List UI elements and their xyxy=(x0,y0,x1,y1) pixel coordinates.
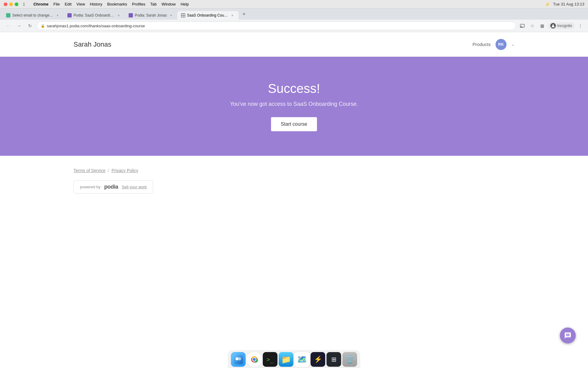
header-right: Products RK ⌄ xyxy=(473,39,514,50)
chat-widget-button[interactable] xyxy=(560,328,576,343)
svg-rect-0 xyxy=(181,13,185,17)
menu-edit[interactable]: Edit xyxy=(62,1,74,7)
maximize-window-button[interactable] xyxy=(15,2,18,6)
tab-favicon-2 xyxy=(67,13,72,17)
forward-button[interactable]: → xyxy=(15,21,23,30)
titlebar-right: ⚡ Tue 31 Aug 13:13 xyxy=(545,2,584,7)
tab-title-3: Podia: Sarah Jonas xyxy=(135,13,167,17)
bookmark-icon[interactable]: ☆ xyxy=(528,22,536,30)
menu-bookmarks[interactable]: Bookmarks xyxy=(105,1,130,7)
tab-close-4[interactable]: × xyxy=(230,13,235,18)
browser-toolbar: ← → ↻ 🔒 sarahjonas1.podia.com/thanks/saa… xyxy=(0,20,588,32)
tab-favicon-3 xyxy=(129,13,133,17)
incognito-badge[interactable]: Incognito xyxy=(548,22,575,29)
dock-trash-icon[interactable]: 🗑️ xyxy=(342,352,357,367)
site-header: Sarah Jonas Products RK ⌄ xyxy=(0,32,588,57)
footer-links: Terms of Service / Privacy Policy xyxy=(74,168,514,173)
tab-close-3[interactable]: × xyxy=(169,13,174,18)
menu-view[interactable]: View xyxy=(74,1,88,7)
menu-bar: Chrome File Edit View History Bookmarks … xyxy=(31,1,191,7)
titlebar-left:  Chrome File Edit View History Bookmark… xyxy=(4,1,191,7)
svg-rect-4 xyxy=(183,16,185,17)
reload-button[interactable]: ↻ xyxy=(26,21,34,30)
site-logo[interactable]: Sarah Jonas xyxy=(74,40,111,48)
cast-icon[interactable] xyxy=(518,22,526,30)
footer-divider: / xyxy=(108,168,109,173)
dock-maps-icon[interactable]: 🗺️ xyxy=(295,352,309,367)
address-bar[interactable]: 🔒 sarahjonas1.podia.com/thanks/saas-onbo… xyxy=(37,21,516,30)
powered-by-text: powered by xyxy=(80,185,100,189)
dock-terminal-icon[interactable]: >_ xyxy=(263,352,277,367)
apple-icon[interactable]:  xyxy=(23,2,25,7)
tabs-bar: Select email to change | Djang × Podia: … xyxy=(0,9,588,20)
privacy-policy-link[interactable]: Privacy Policy xyxy=(111,168,138,173)
dock-finder-icon[interactable] xyxy=(231,352,246,367)
browser-tab-4[interactable]: SaaS Onboarding Course × xyxy=(177,11,239,20)
browser-tab-3[interactable]: Podia: Sarah Jonas × xyxy=(125,11,177,20)
browser-chrome: Select email to change | Djang × Podia: … xyxy=(0,9,588,32)
tab-title-4: SaaS Onboarding Course xyxy=(187,13,228,17)
url-text: sarahjonas1.podia.com/thanks/saas-onboar… xyxy=(47,24,145,28)
svg-rect-3 xyxy=(182,16,183,17)
menu-tab[interactable]: Tab xyxy=(148,1,159,7)
browser-tab-1[interactable]: Select email to change | Djang × xyxy=(2,11,64,20)
podia-logo[interactable]: podia xyxy=(104,184,118,190)
incognito-avatar xyxy=(550,23,556,29)
tab-title-1: Select email to change | Djang xyxy=(12,13,53,17)
page-content: Sarah Jonas Products RK ⌄ Success! You'v… xyxy=(0,32,588,350)
incognito-label: Incognito xyxy=(557,24,572,28)
tab-title-2: Podia: SaaS Onboarding Cours... xyxy=(74,13,115,17)
svg-point-16 xyxy=(253,358,256,361)
dock-topnotch-icon[interactable]: ⚡ xyxy=(311,352,325,367)
terms-of-service-link[interactable]: Terms of Service xyxy=(74,168,105,173)
powered-by-box: powered by podia Sell your work xyxy=(74,180,153,194)
titlebar:  Chrome File Edit View History Bookmark… xyxy=(0,0,588,9)
hero-subtitle: You've now got access to SaaS Onboarding… xyxy=(230,101,358,107)
chevron-down-icon[interactable]: ⌄ xyxy=(511,42,514,47)
back-button[interactable]: ← xyxy=(4,21,12,30)
hero-section: Success! You've now got access to SaaS O… xyxy=(0,57,588,156)
tab-favicon-4 xyxy=(181,13,185,17)
svg-rect-1 xyxy=(182,14,183,15)
user-avatar[interactable]: RK xyxy=(496,39,507,50)
svg-point-9 xyxy=(238,357,241,360)
close-window-button[interactable] xyxy=(4,2,7,6)
success-title: Success! xyxy=(268,81,320,96)
menu-window[interactable]: Window xyxy=(159,1,178,7)
svg-point-6 xyxy=(552,25,554,26)
menu-profiles[interactable]: Profiles xyxy=(130,1,148,7)
sell-your-work-link[interactable]: Sell your work xyxy=(122,185,147,189)
browser-tab-2[interactable]: Podia: SaaS Onboarding Cours... × xyxy=(64,11,125,20)
dock: >_ 📁 🗺️ ⚡ ⊞ 🗑️ xyxy=(228,350,360,368)
menu-chrome[interactable]: Chrome xyxy=(31,1,51,7)
svg-rect-2 xyxy=(183,14,185,15)
site-footer: Terms of Service / Privacy Policy powere… xyxy=(0,156,588,206)
new-tab-button[interactable]: + xyxy=(240,10,248,18)
tab-close-1[interactable]: × xyxy=(55,13,60,18)
tab-favicon-1 xyxy=(6,13,10,17)
lightning-icon: ⚡ xyxy=(545,2,550,7)
lock-icon: 🔒 xyxy=(41,24,45,28)
menu-file[interactable]: File xyxy=(51,1,62,7)
menu-history[interactable]: History xyxy=(88,1,105,7)
toolbar-right: ☆ ▦ Incognito ⋮ xyxy=(518,22,584,30)
tab-close-2[interactable]: × xyxy=(116,13,121,18)
extensions-icon[interactable]: ▦ xyxy=(538,22,546,30)
time-display: Tue 31 Aug 13:13 xyxy=(553,2,584,6)
dock-editor-icon[interactable]: ⊞ xyxy=(326,352,341,367)
minimize-window-button[interactable] xyxy=(9,2,13,6)
status-icons: ⚡ Tue 31 Aug 13:13 xyxy=(545,2,584,7)
menu-help[interactable]: Help xyxy=(178,1,191,7)
more-options-icon[interactable]: ⋮ xyxy=(576,22,584,30)
traffic-lights xyxy=(4,2,18,6)
products-nav-link[interactable]: Products xyxy=(473,42,491,47)
dock-chrome-icon[interactable] xyxy=(247,352,262,367)
dock-files-icon[interactable]: 📁 xyxy=(279,352,293,367)
start-course-button[interactable]: Start course xyxy=(271,117,317,131)
